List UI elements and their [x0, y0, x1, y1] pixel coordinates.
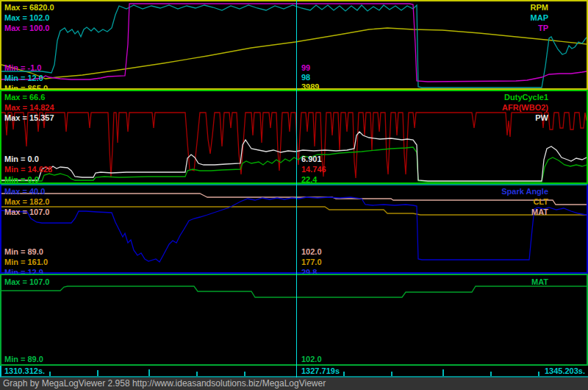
max-label-rpm: Max = 6820.0 — [4, 3, 54, 12]
timeline-tick — [196, 372, 198, 376]
max-label-mat2: Max = 107.0 — [4, 277, 49, 286]
timeline-tick — [538, 372, 539, 376]
timeline-tick — [148, 369, 150, 376]
cursor-value-mat2: 102.0 — [301, 355, 322, 364]
traces-duty-afr-pw — [1, 91, 587, 182]
min-label-tp: Min = -1.0 — [4, 63, 41, 72]
min-label-map: Min = 12.0 — [4, 74, 43, 82]
timeline-tick — [97, 370, 98, 376]
cursor-value-map: 98 — [301, 73, 310, 82]
max-label-tp: Max = 100.0 — [4, 24, 49, 32]
graph-panel-mat[interactable]: Max = 107.0 Min = 89.0 MAT 102.0 — [0, 274, 588, 366]
legend-map[interactable]: MAP — [531, 13, 548, 22]
timeline-tick — [343, 372, 345, 376]
cursor-value-mat: 102.0 — [301, 247, 322, 256]
min-label-mat: Min = 89.0 — [4, 247, 43, 256]
max-label-mat: Max = 107.0 — [4, 208, 49, 216]
status-bar-text: Graph by MegaLogViewer 2.958 http://www.… — [3, 378, 326, 389]
min-label-pw: Min = 0.0 — [4, 155, 39, 163]
min-label-dutycycle1: Min = 0.0 — [4, 175, 39, 184]
max-label-afr: Max = 14.824 — [4, 103, 54, 112]
timeline-start-time: 1310.312s. — [4, 366, 45, 375]
legend-afr[interactable]: AFR(WBO2) — [502, 103, 548, 112]
min-label-clt: Min = 161.0 — [4, 258, 48, 266]
legend-clt[interactable]: CLT — [533, 197, 548, 206]
max-label-pw: Max = 15.357 — [4, 113, 54, 122]
min-label-afr: Min = 14.628 — [4, 165, 52, 174]
timeline-cursor-time: 1327.719s — [301, 366, 340, 375]
max-label-spark: Max = 40.0 — [4, 187, 45, 196]
cursor-value-afr: 14.746 — [301, 165, 326, 174]
cursor-line[interactable] — [296, 0, 297, 377]
cursor-value-clt: 177.0 — [301, 258, 322, 266]
max-label-map: Max = 102.0 — [4, 13, 49, 22]
timeline-tick — [490, 372, 492, 376]
max-label-clt: Max = 182.0 — [4, 197, 49, 206]
cursor-value-pw: 6.901 — [301, 155, 322, 163]
legend-spark-angle[interactable]: Spark Angle — [501, 187, 548, 196]
cursor-value-dutycycle1: 22.4 — [301, 175, 317, 184]
legend-pw[interactable]: PW — [535, 113, 548, 122]
traces-rpm-map-tp — [1, 1, 587, 88]
graph-panel-duty-afr-pw[interactable]: Max = 66.6 Max = 14.824 Max = 15.357 Min… — [0, 90, 588, 184]
graph-panel-rpm-map-tp[interactable]: Max = 6820.0 Max = 102.0 Max = 100.0 Min… — [0, 0, 588, 90]
timeline-strip[interactable]: 1310.312s. 1327.719s 1345.203s. — [0, 366, 588, 377]
timeline-tick — [391, 372, 392, 376]
graph-panel-spark-clt-mat[interactable]: Max = 40.0 Max = 182.0 Max = 107.0 Min =… — [0, 184, 588, 274]
timeline-tick — [244, 372, 245, 376]
legend-tp[interactable]: TP — [538, 24, 548, 32]
traces-spark-clt-mat — [1, 185, 587, 272]
legend-mat2[interactable]: MAT — [531, 277, 548, 286]
legend-mat[interactable]: MAT — [531, 208, 548, 216]
cursor-value-tp: 99 — [301, 63, 310, 72]
status-bar: Graph by MegaLogViewer 2.958 http://www.… — [0, 377, 588, 390]
traces-mat — [1, 275, 587, 364]
legend-dutycycle1[interactable]: DutyCycle1 — [504, 93, 548, 102]
max-label-dutycycle1: Max = 66.6 — [4, 93, 45, 102]
timeline-end-time: 1345.203s. — [545, 366, 585, 375]
timeline-tick — [49, 372, 51, 376]
megalogviewer-graph-window: Max = 6820.0 Max = 102.0 Max = 100.0 Min… — [0, 0, 588, 390]
min-label-mat2: Min = 89.0 — [4, 355, 43, 364]
timeline-tick — [442, 369, 444, 376]
legend-rpm[interactable]: RPM — [531, 3, 548, 12]
